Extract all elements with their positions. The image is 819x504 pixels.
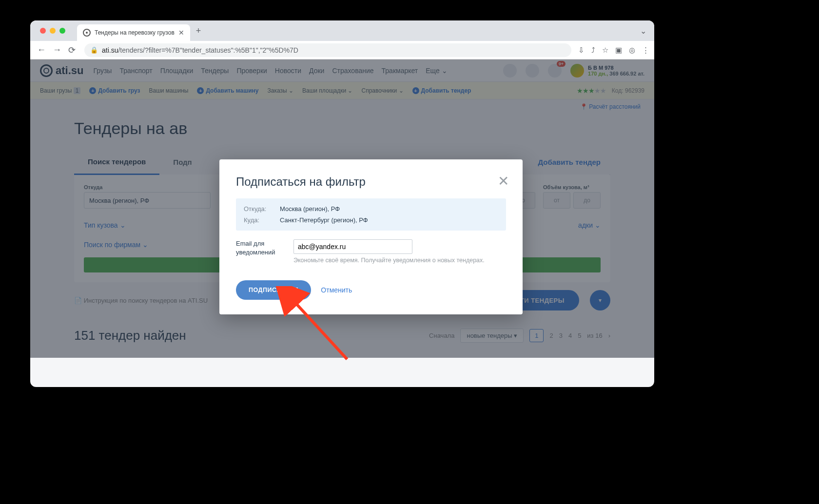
subnav-your-vehicles[interactable]: Ваши машины [149, 87, 189, 94]
find-dropdown-button[interactable]: ▾ [590, 290, 610, 310]
address-bar-row: ← → ⟳ 🔒 ati.su/tenders/?filter=%7B"tende… [30, 41, 654, 59]
favicon-icon [83, 29, 91, 37]
user-balance: 369 666.92 ат. [609, 71, 644, 77]
subscribe-button[interactable]: ПОДПИСАТЬСЯ [236, 280, 311, 300]
new-tab-button[interactable]: + [190, 26, 207, 36]
modal-filter-summary: Откуда: Москва (регион), РФ Куда: Санкт-… [236, 198, 506, 231]
logo-text: ati.su [56, 64, 83, 77]
page-3[interactable]: 3 [559, 332, 563, 339]
subnav-add-tender[interactable]: +Добавить тендер [412, 87, 471, 94]
subnav-your-sites[interactable]: Ваши площадки ⌄ [302, 87, 353, 94]
nav-trakmarket[interactable]: Тракмаркет [382, 67, 418, 75]
page-4[interactable]: 4 [568, 332, 572, 339]
subscribe-modal: ✕ Подписаться на фильтр Откуда: Москва (… [219, 159, 523, 314]
user-menu[interactable]: Б В М 978 170 дн., 369 666.92 ат. [570, 64, 644, 78]
cancel-button[interactable]: Отменить [321, 286, 352, 294]
nav-transport[interactable]: Транспорт [119, 67, 152, 75]
modal-from-label: Откуда: [244, 205, 274, 213]
user-name: Б В М 978 [588, 65, 644, 71]
page-total: из 16 [587, 332, 602, 339]
extension-icon[interactable]: ◎ [629, 46, 635, 55]
sort-label: Сначала [429, 332, 454, 339]
email-label: Email для уведомлений [236, 239, 285, 257]
browser-tab[interactable]: Тендеры на перевозку грузов ✕ [77, 24, 190, 41]
email-field[interactable] [293, 239, 412, 254]
user-days: 170 дн., [588, 71, 608, 77]
tab-search[interactable]: Поиск тендеров [74, 150, 159, 175]
from-label: Откуда [84, 184, 211, 190]
nav-more[interactable]: Еще ⌄ [426, 67, 447, 75]
panel-icon[interactable]: ▣ [615, 46, 622, 55]
logo-icon [40, 64, 53, 77]
volume-to[interactable]: до [573, 192, 601, 209]
volume-label: Объём кузова, м³ [543, 184, 601, 190]
page-1[interactable]: 1 [529, 329, 544, 342]
nav-news[interactable]: Новости [275, 67, 301, 75]
site-header: ati.su Грузы Транспорт Площадки Тендеры … [30, 59, 654, 82]
chat-icon[interactable] [526, 64, 539, 78]
distance-calc-link[interactable]: 📍 Расчёт расстояний [30, 99, 654, 114]
sub-nav: Ваши грузы 1 +Добавить груз Ваши машины … [30, 82, 654, 99]
nav-tenders[interactable]: Тендеры [201, 67, 229, 75]
nav-cargo[interactable]: Грузы [93, 67, 112, 75]
lock-icon: 🔒 [90, 46, 98, 54]
subnav-refs[interactable]: Справочники ⌄ [362, 87, 404, 94]
next-page-icon[interactable]: › [608, 332, 610, 339]
minimize-window-icon[interactable] [50, 28, 56, 34]
download-icon[interactable]: ⇩ [578, 46, 585, 55]
page-title: Тендеры на ав [74, 119, 610, 138]
nav-checks[interactable]: Проверки [236, 67, 267, 75]
menu-icon[interactable]: ⋮ [642, 46, 649, 55]
subnav-orders[interactable]: Заказы ⌄ [268, 87, 293, 94]
add-tender-button[interactable]: Добавить тендер [528, 150, 610, 174]
subnav-add-cargo[interactable]: +Добавить груз [89, 87, 140, 94]
tab-title: Тендеры на перевозку грузов [95, 29, 175, 36]
volume-from[interactable]: от [543, 192, 570, 209]
back-button[interactable]: ← [35, 45, 48, 55]
sites-dropdown[interactable]: адки ⌄ [578, 215, 601, 235]
browser-window: Тендеры на перевозку грузов ✕ + ⌄ ← → ⟳ … [30, 20, 654, 387]
sort-dropdown[interactable]: новые тендеры ▾ [460, 329, 524, 343]
results-count: 151 тендер найден [74, 328, 186, 343]
forward-button[interactable]: → [51, 45, 63, 55]
modal-title: Подписаться на фильтр [236, 175, 506, 189]
main-nav: Грузы Транспорт Площадки Тендеры Проверк… [93, 67, 447, 75]
page-2[interactable]: 2 [549, 332, 553, 339]
search-icon[interactable] [503, 64, 517, 78]
browser-tab-strip: Тендеры на перевозку грузов ✕ + ⌄ [30, 20, 654, 41]
window-controls [35, 28, 70, 34]
notif-badge: 9+ [557, 61, 566, 67]
logo[interactable]: ati.su [40, 64, 83, 77]
nav-insurance[interactable]: Страхование [332, 67, 373, 75]
user-code: Код: 962939 [612, 87, 644, 94]
close-icon[interactable]: ✕ [498, 173, 509, 189]
tab-subscriptions[interactable]: Подп [159, 150, 205, 174]
nav-sites[interactable]: Площадки [160, 67, 194, 75]
url-host: ati.su [102, 46, 118, 54]
email-hint: Экономьте своё время. Получайте уведомле… [293, 257, 506, 264]
url-path: /tenders/?filter=%7B"tender_statuses":%5… [118, 46, 298, 54]
bookmark-icon[interactable]: ☆ [602, 46, 608, 55]
toolbar-right: ⇩ ⤴ ☆ ▣ ◎ ⋮ [578, 46, 649, 55]
notifications-icon[interactable]: 9+ [548, 64, 562, 78]
from-input[interactable]: Москва (регион), РФ [84, 192, 211, 209]
nav-docs[interactable]: Доки [309, 67, 324, 75]
url-bar[interactable]: 🔒 ati.su/tenders/?filter=%7B"tender_stat… [84, 43, 571, 57]
subnav-add-vehicle[interactable]: +Добавить машину [197, 87, 258, 94]
subnav-your-cargo[interactable]: Ваши грузы 1 [40, 87, 80, 94]
modal-to-value: Санкт-Петербург (регион), РФ [280, 216, 498, 224]
avatar [570, 64, 584, 78]
share-icon[interactable]: ⤴ [591, 46, 595, 54]
instruction-link[interactable]: 📄 Инструкция по поиску тендеров на ATI.S… [74, 297, 208, 304]
results-row: 151 тендер найден Сначала новые тендеры … [74, 318, 610, 353]
close-tab-icon[interactable]: ✕ [178, 29, 184, 37]
rating-stars: ★★★★★ [577, 87, 606, 95]
close-window-icon[interactable] [40, 28, 46, 34]
maximize-window-icon[interactable] [59, 28, 65, 34]
page-5[interactable]: 5 [578, 332, 581, 339]
reload-button[interactable]: ⟳ [66, 45, 78, 56]
modal-from-value: Москва (регион), РФ [280, 205, 498, 213]
body-type-dropdown[interactable]: Тип кузова ⌄ [84, 215, 126, 235]
tabs-overflow-icon[interactable]: ⌄ [632, 26, 654, 36]
modal-to-label: Куда: [244, 216, 274, 224]
